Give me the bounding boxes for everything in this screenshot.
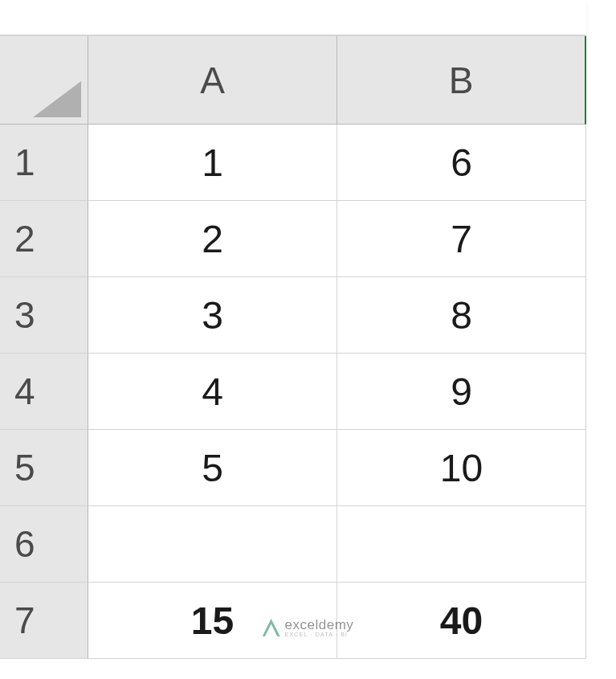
row-header-2[interactable]: 2 [0,201,88,277]
cell-b7[interactable]: 40 [337,583,586,659]
cell-b2[interactable]: 7 [337,201,586,277]
cell-a3[interactable]: 3 [88,277,337,354]
cell-b4[interactable]: 9 [337,354,586,430]
row-header-7[interactable]: 7 [0,583,88,659]
cell-a4[interactable]: 4 [88,354,337,430]
row-header-6[interactable]: 6 [0,506,88,583]
row-header-1[interactable]: 1 [0,125,88,201]
select-all-corner[interactable] [0,36,88,125]
cell-a1[interactable]: 1 [88,125,337,201]
cell-a2[interactable]: 2 [88,201,337,277]
cell-b3[interactable]: 8 [337,277,586,354]
column-header-b[interactable]: B [337,36,586,125]
column-header-a[interactable]: A [88,36,337,125]
spreadsheet-grid: A B 1 1 6 2 2 7 3 3 8 4 4 9 5 5 10 6 7 1… [0,0,616,659]
cell-b6[interactable] [337,506,586,583]
cell-b1[interactable]: 6 [337,125,586,201]
row-header-4[interactable]: 4 [0,354,88,430]
cell-b5[interactable]: 10 [337,430,586,506]
cell-a5[interactable]: 5 [88,430,337,506]
cell-a7[interactable]: 15 [88,583,337,659]
formula-bar-area [0,0,586,36]
cell-a6[interactable] [88,506,337,583]
row-header-3[interactable]: 3 [0,277,88,354]
row-header-5[interactable]: 5 [0,430,88,506]
